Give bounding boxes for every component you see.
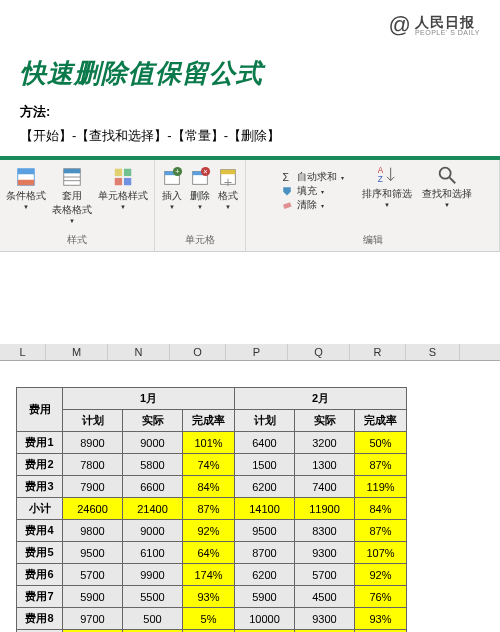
cell-actual[interactable]: 4500: [295, 586, 355, 608]
format-icon: [217, 166, 239, 188]
cell-style-button[interactable]: 单元格样式 ▼: [98, 166, 148, 210]
chevron-down-icon: ▼: [69, 218, 75, 224]
col-header[interactable]: P: [226, 344, 288, 360]
cell-rate[interactable]: 74%: [183, 454, 235, 476]
col-header[interactable]: N: [108, 344, 170, 360]
cell-actual[interactable]: 5700: [295, 564, 355, 586]
cell-actual[interactable]: 9900: [123, 564, 183, 586]
cell-plan[interactable]: 24600: [63, 498, 123, 520]
cell-plan[interactable]: 9800: [63, 520, 123, 542]
cell-rate[interactable]: 50%: [355, 432, 407, 454]
col-header[interactable]: L: [0, 344, 46, 360]
cell-actual[interactable]: 21400: [123, 498, 183, 520]
svg-text:A: A: [378, 166, 384, 175]
col-header[interactable]: R: [350, 344, 406, 360]
cell-rate[interactable]: 87%: [355, 454, 407, 476]
cell-rate[interactable]: 92%: [355, 564, 407, 586]
cell-rate[interactable]: 93%: [183, 586, 235, 608]
cell-plan[interactable]: 8900: [63, 432, 123, 454]
svg-rect-8: [124, 169, 131, 176]
col-header[interactable]: M: [46, 344, 108, 360]
svg-text:×: ×: [203, 167, 207, 176]
col-header[interactable]: O: [170, 344, 226, 360]
cell-actual[interactable]: 7400: [295, 476, 355, 498]
cell-rate[interactable]: 5%: [183, 608, 235, 630]
table-row: 费用75900550093%5900450076%: [17, 586, 407, 608]
cell-plan[interactable]: 7900: [63, 476, 123, 498]
cell-actual[interactable]: 6600: [123, 476, 183, 498]
fill-button[interactable]: 填充 ▾: [281, 184, 344, 198]
cell-plan[interactable]: 14100: [235, 498, 295, 520]
sort-filter-button[interactable]: AZ 排序和筛选 ▼: [362, 164, 412, 208]
table-format-icon: [61, 166, 83, 188]
svg-text:+: +: [175, 167, 179, 176]
page-title: 快速删除值保留公式: [20, 56, 280, 91]
svg-rect-20: [221, 170, 236, 175]
cell-plan[interactable]: 9500: [235, 520, 295, 542]
cell-rate[interactable]: 84%: [355, 498, 407, 520]
logo-cn: 人民日报: [415, 15, 480, 29]
month-header: 2月: [235, 388, 407, 410]
cell-actual[interactable]: 6100: [123, 542, 183, 564]
find-select-button[interactable]: 查找和选择 ▼: [422, 164, 472, 208]
chevron-down-icon: ▾: [341, 174, 344, 181]
cell-plan[interactable]: 5700: [63, 564, 123, 586]
cell-actual[interactable]: 1300: [295, 454, 355, 476]
cell-plan[interactable]: 1500: [235, 454, 295, 476]
table-format-button[interactable]: 套用 表格格式 ▼: [52, 166, 92, 224]
col-header[interactable]: S: [406, 344, 460, 360]
autosum-label: 自动求和: [297, 170, 337, 184]
fill-label: 填充: [297, 184, 317, 198]
cell-actual[interactable]: 11900: [295, 498, 355, 520]
data-table[interactable]: 费用 1月 2月 计划 实际 完成率 计划 实际 完成率 费用189009000…: [16, 387, 407, 632]
eraser-icon: [281, 199, 293, 211]
cell-plan[interactable]: 8700: [235, 542, 295, 564]
format-button[interactable]: 格式 ▼: [217, 166, 239, 210]
cell-actual[interactable]: 5800: [123, 454, 183, 476]
cell-rate[interactable]: 64%: [183, 542, 235, 564]
cell-actual[interactable]: 5500: [123, 586, 183, 608]
cell-actual[interactable]: 9300: [295, 608, 355, 630]
cell-plan[interactable]: 10000: [235, 608, 295, 630]
chevron-down-icon: ▼: [197, 204, 203, 210]
svg-rect-4: [64, 169, 81, 174]
cell-rate[interactable]: 84%: [183, 476, 235, 498]
cell-actual[interactable]: 8300: [295, 520, 355, 542]
cell-rate[interactable]: 101%: [183, 432, 235, 454]
cell-rate[interactable]: 119%: [355, 476, 407, 498]
cell-actual[interactable]: 9000: [123, 432, 183, 454]
cell-plan[interactable]: 9500: [63, 542, 123, 564]
cell-plan[interactable]: 9700: [63, 608, 123, 630]
clear-button[interactable]: 清除 ▾: [281, 198, 344, 212]
cell-actual[interactable]: 9000: [123, 520, 183, 542]
cell-plan[interactable]: 6400: [235, 432, 295, 454]
cell-rate[interactable]: 87%: [183, 498, 235, 520]
cell-plan[interactable]: 7800: [63, 454, 123, 476]
cell-actual[interactable]: 9300: [295, 542, 355, 564]
ribbon-group-styles: 条件格式 ▼ 套用 表格格式 ▼ 单元格样式 ▼ 样式: [0, 160, 155, 251]
cell-actual[interactable]: 3200: [295, 432, 355, 454]
table-row: 费用49800900092%9500830087%: [17, 520, 407, 542]
cell-rate[interactable]: 107%: [355, 542, 407, 564]
insert-button[interactable]: + 插入 ▼: [161, 166, 183, 210]
cell-rate[interactable]: 174%: [183, 564, 235, 586]
autosum-button[interactable]: Σ 自动求和 ▾: [281, 170, 344, 184]
svg-rect-2: [18, 180, 35, 186]
conditional-format-button[interactable]: 条件格式 ▼: [6, 166, 46, 210]
cell-plan[interactable]: 6200: [235, 564, 295, 586]
cell-actual[interactable]: 500: [123, 608, 183, 630]
row-label: 费用8: [17, 608, 63, 630]
cell-rate[interactable]: 93%: [355, 608, 407, 630]
row-label: 费用7: [17, 586, 63, 608]
worksheet-area[interactable]: L M N O P Q R S 费用 1月 2月 计划 实际 完成率 计划: [0, 344, 500, 632]
chevron-down-icon: ▼: [444, 202, 450, 208]
col-header[interactable]: Q: [288, 344, 350, 360]
cell-rate[interactable]: 92%: [183, 520, 235, 542]
cell-rate[interactable]: 87%: [355, 520, 407, 542]
cell-rate[interactable]: 76%: [355, 586, 407, 608]
cell-plan[interactable]: 6200: [235, 476, 295, 498]
cell-plan[interactable]: 5900: [63, 586, 123, 608]
ribbon: 条件格式 ▼ 套用 表格格式 ▼ 单元格样式 ▼ 样式 +: [0, 160, 500, 252]
cell-plan[interactable]: 5900: [235, 586, 295, 608]
delete-button[interactable]: × 删除 ▼: [189, 166, 211, 210]
